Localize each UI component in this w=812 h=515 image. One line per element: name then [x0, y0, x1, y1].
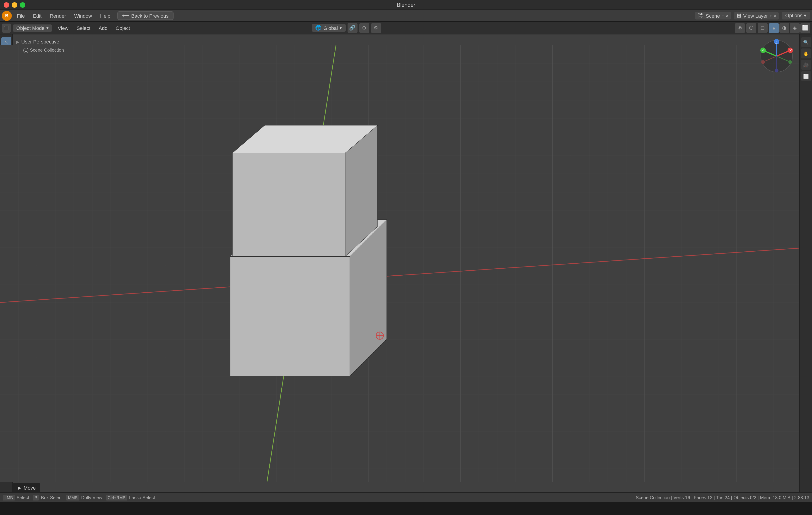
window-title: Blender	[397, 2, 415, 8]
right-toolbar: 🔍 ✋ 🎥 ⬜	[799, 34, 812, 492]
back-arrow-icon: ⟵	[122, 13, 129, 19]
select-menu-button[interactable]: Select	[73, 24, 94, 31]
add-scene-icon: +	[722, 13, 724, 18]
blender-logo: B	[2, 11, 12, 21]
help-menu[interactable]: Help	[97, 12, 114, 19]
window-menu[interactable]: Window	[71, 12, 95, 19]
select-shortcut: LMB Select	[3, 495, 29, 500]
select-key: LMB	[3, 495, 15, 500]
snap-button[interactable]: 🔗	[347, 23, 357, 33]
svg-text:Z: Z	[775, 40, 778, 44]
search-button[interactable]: 🔍	[801, 37, 811, 47]
dolly-view-shortcut: MMB Dolly View	[66, 495, 102, 500]
options-button[interactable]: Options ▾	[782, 12, 810, 20]
edit-menu[interactable]: Edit	[30, 12, 45, 19]
add-menu-button[interactable]: Add	[95, 24, 111, 31]
object-mode-dropdown[interactable]: Object Mode ▾	[13, 24, 52, 31]
svg-point-27	[788, 60, 792, 64]
proportional-edit-button[interactable]: ⊙	[359, 23, 369, 33]
camera-view-button[interactable]: 🎥	[801, 60, 811, 70]
svg-rect-2	[0, 45, 812, 482]
stats-display: Scene Collection | Verts:16 | Faces:12 |…	[636, 495, 809, 500]
window-controls[interactable]	[4, 2, 25, 7]
viewport-area[interactable]: ↖ ⊕ ✛ ↻ ⤡ ⊞ ✏ 📏 +	[0, 34, 812, 492]
viewport-icon[interactable]: ⬛	[2, 23, 11, 32]
global-selector[interactable]: 🌐 Global ▾	[312, 24, 346, 32]
bottom-shortcut-bar: LMB Select B Box Select MMB Dolly View C…	[0, 492, 812, 502]
scene-selector[interactable]: 🎬 Scene + ×	[695, 12, 731, 20]
ortho-toggle-button[interactable]: ⬜	[801, 71, 811, 81]
menu-bar: B File Edit Render Window Help ⟵ Back to…	[0, 10, 812, 22]
dolly-view-label: Dolly View	[81, 495, 102, 500]
svg-point-25	[761, 60, 765, 64]
maximize-button[interactable]	[20, 2, 25, 7]
viewport-3d-scene	[0, 34, 812, 492]
gizmo-widget[interactable]: X Y Z	[758, 38, 795, 74]
remove-view-layer-icon: ×	[774, 13, 777, 18]
box-select-label: Box Select	[41, 495, 63, 500]
header-menu-items: View Select Add Object	[54, 24, 134, 31]
options-icon-button[interactable]: ⚙	[371, 23, 381, 33]
svg-marker-5	[230, 256, 350, 376]
view-layer-icon: 🖼	[736, 13, 742, 18]
box-select-shortcut: B Box Select	[33, 495, 63, 500]
svg-text:X: X	[789, 49, 792, 53]
center-toolbar: 🌐 Global ▾ 🔗 ⊙ ⚙	[312, 23, 381, 33]
svg-text:Y: Y	[762, 49, 764, 53]
viewport-grid	[0, 34, 812, 492]
show-gizmo-button[interactable]: 👁	[735, 23, 745, 33]
solid-view-button[interactable]: ●	[769, 23, 779, 33]
dropdown-icon: ▾	[340, 26, 342, 30]
menu-right: 🎬 Scene + × 🖼 View Layer + × Options ▾	[695, 12, 810, 20]
overlay-button[interactable]: ⬡	[746, 23, 756, 33]
material-view-button[interactable]: ◑	[779, 23, 789, 33]
viewport-header: ⬛ Object Mode ▾ View Select Add Object 🌐…	[0, 22, 812, 34]
dolly-view-key: MMB	[66, 495, 79, 500]
minimize-button[interactable]	[12, 2, 17, 7]
back-to-previous-button[interactable]: ⟵ Back to Previous	[117, 11, 174, 20]
file-menu[interactable]: File	[13, 12, 28, 19]
dropdown-arrow-icon: ▾	[47, 26, 49, 30]
view-layer-selector[interactable]: 🖼 View Layer + ×	[734, 12, 779, 19]
global-icon: 🌐	[315, 25, 321, 31]
lasso-select-label: Lasso Select	[129, 495, 155, 500]
render-menu[interactable]: Render	[47, 12, 69, 19]
move-indicator: ► Move	[13, 483, 40, 492]
add-view-layer-icon: +	[770, 13, 772, 18]
svg-point-29	[775, 69, 779, 72]
lasso-select-key: Ctrl+RMB	[106, 495, 127, 500]
object-menu-button[interactable]: Object	[112, 24, 134, 31]
scene-icon: 🎬	[698, 13, 704, 19]
box-select-key: B	[33, 495, 39, 500]
pan-button[interactable]: ✋	[801, 49, 811, 58]
select-label: Select	[17, 495, 29, 500]
view-menu-button[interactable]: View	[54, 24, 72, 31]
xray-button[interactable]: ◻	[758, 23, 767, 33]
close-button[interactable]	[4, 2, 9, 7]
wireframe-view-button[interactable]: ⬜	[800, 23, 810, 33]
remove-scene-icon: ×	[726, 13, 728, 18]
svg-marker-8	[232, 153, 345, 256]
lasso-select-shortcut: Ctrl+RMB Lasso Select	[106, 495, 155, 500]
rendered-view-button[interactable]: ◈	[790, 23, 800, 33]
title-bar: Blender	[0, 0, 812, 10]
